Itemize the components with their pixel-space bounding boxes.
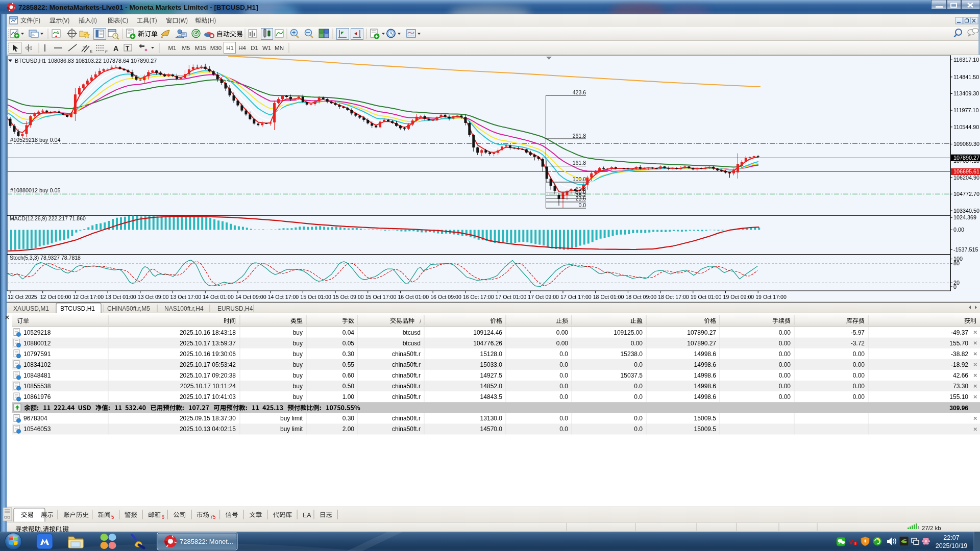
svg-text:buy: buy	[293, 361, 303, 368]
svg-text:EA: EA	[303, 512, 311, 519]
svg-text:0.0: 0.0	[634, 415, 643, 422]
svg-text:13130.0: 13130.0	[480, 415, 503, 422]
svg-text:109125.00: 109125.00	[614, 329, 643, 336]
svg-text:BTCUSD,H1: BTCUSD,H1	[60, 305, 95, 312]
svg-text:M30: M30	[210, 45, 222, 51]
svg-text:80: 80	[953, 260, 960, 266]
svg-text:100.0: 100.0	[573, 176, 586, 182]
svg-text:2025.10.16 19:30:06: 2025.10.16 19:30:06	[180, 350, 236, 358]
svg-text:14998.6: 14998.6	[694, 361, 717, 368]
svg-text:0.50: 0.50	[342, 383, 355, 390]
svg-text:17 Oct 17:00: 17 Oct 17:00	[560, 294, 592, 300]
svg-text:0.00: 0.00	[556, 329, 569, 336]
svg-text:42.66: 42.66	[953, 372, 968, 379]
svg-text:161.8: 161.8	[573, 160, 586, 166]
svg-text:0.55: 0.55	[342, 361, 355, 368]
svg-text:MACD(12,26,9) 222.217 71.860: MACD(12,26,9) 222.217 71.860	[10, 215, 86, 221]
svg-text:14570.0: 14570.0	[480, 425, 503, 433]
svg-text:2025.10.17 13:59:37: 2025.10.17 13:59:37	[180, 340, 236, 347]
svg-text:H4: H4	[238, 45, 246, 51]
svg-text:0.00: 0.00	[853, 361, 865, 368]
svg-text:108086.83 108103.22 107878.64: 108086.83 108103.22 107878.64 107890.27	[48, 58, 157, 64]
svg-text:-18.92: -18.92	[951, 361, 968, 368]
svg-text:155.70: 155.70	[949, 340, 968, 347]
svg-text:111977.10: 111977.10	[953, 107, 978, 113]
svg-text:0.00: 0.00	[853, 350, 865, 358]
svg-text:0.00: 0.00	[779, 372, 791, 379]
svg-text:0.0: 0.0	[578, 202, 586, 208]
svg-text:155.10: 155.10	[949, 393, 968, 400]
svg-text:14 Oct 01:00: 14 Oct 01:00	[203, 294, 234, 300]
svg-text:2025.10.17 09:20:38: 2025.10.17 09:20:38	[180, 372, 236, 379]
svg-text:buy: buy	[293, 372, 303, 379]
svg-text:15 Oct 01:00: 15 Oct 01:00	[300, 294, 331, 300]
svg-text:12 Oct 09:00: 12 Oct 09:00	[40, 294, 71, 300]
svg-text:15238.0: 15238.0	[621, 350, 643, 358]
svg-text:-49.37: -49.37	[951, 329, 968, 336]
svg-text:2025.10.13 04:02:15: 2025.10.13 04:02:15	[180, 425, 236, 433]
svg-text:22:07: 22:07	[943, 534, 959, 541]
svg-text:0.0: 0.0	[559, 415, 568, 422]
svg-text:buy: buy	[293, 340, 303, 347]
svg-text:0.30: 0.30	[342, 350, 355, 358]
svg-text:!: !	[854, 542, 855, 545]
svg-text:1.00: 1.00	[342, 393, 355, 400]
svg-text:0.00: 0.00	[953, 227, 964, 233]
svg-text:14843.5: 14843.5	[480, 393, 503, 400]
svg-text:2025.10.17 10:11:24: 2025.10.17 10:11:24	[180, 383, 236, 390]
svg-text:12 Oct 2025: 12 Oct 2025	[8, 294, 37, 300]
svg-text:china50ft.r: china50ft.r	[392, 350, 421, 358]
svg-text:1024.369: 1024.369	[953, 214, 976, 220]
svg-text:13 Oct 17:00: 13 Oct 17:00	[170, 294, 202, 300]
svg-text:12 Oct 17:00: 12 Oct 17:00	[72, 294, 104, 300]
svg-text:M5: M5	[182, 45, 190, 51]
svg-text:109069.30: 109069.30	[953, 141, 979, 147]
svg-text:114841.50: 114841.50	[953, 74, 979, 80]
svg-text:-5.97: -5.97	[851, 329, 865, 336]
svg-text:15 Oct 09:00: 15 Oct 09:00	[333, 294, 364, 300]
svg-text:17 Oct 09:00: 17 Oct 09:00	[528, 294, 559, 300]
svg-text:2025.09.15 18:37:30: 2025.09.15 18:37:30	[180, 415, 236, 422]
svg-text:0.00: 0.00	[779, 350, 791, 358]
svg-text:0: 0	[953, 284, 957, 290]
svg-text:0.00: 0.00	[853, 372, 865, 379]
svg-text:19 Oct 09:00: 19 Oct 09:00	[723, 294, 754, 300]
svg-text:0.00: 0.00	[853, 383, 865, 390]
svg-text:Stoch(5,3,3) 78,9327 78.7818: Stoch(5,3,3) 78,9327 78.7818	[10, 255, 81, 261]
svg-text:18 Oct 01:00: 18 Oct 01:00	[593, 294, 624, 300]
svg-text:V: V	[849, 538, 853, 546]
svg-text:0.0: 0.0	[634, 361, 643, 368]
svg-text:BTCUSD,H1: BTCUSD,H1	[15, 58, 46, 64]
svg-text:14927.5: 14927.5	[480, 372, 503, 379]
svg-text:73.30: 73.30	[953, 383, 968, 390]
svg-text:7285822: MonetaMarkets-Live01: 7285822: MonetaMarkets-Live01 - Moneta M…	[18, 4, 258, 11]
svg-text:14998.6: 14998.6	[694, 372, 717, 379]
svg-text:2025/10/19: 2025/10/19	[936, 542, 968, 549]
svg-text:107890.27: 107890.27	[687, 340, 716, 347]
svg-text:A: A	[113, 44, 118, 53]
svg-text:103340.50: 103340.50	[953, 208, 979, 214]
svg-text:14852.0: 14852.0	[480, 383, 503, 390]
svg-text:buy: buy	[293, 329, 303, 336]
svg-text:23.6: 23.6	[576, 195, 586, 202]
svg-text:15 Oct 17:00: 15 Oct 17:00	[365, 294, 397, 300]
svg-text:M15: M15	[195, 45, 206, 51]
svg-text:2025.10.17 10:41:03: 2025.10.17 10:41:03	[180, 393, 236, 400]
svg-text:EURUSD,H4: EURUSD,H4	[217, 305, 253, 312]
svg-text:113409.30: 113409.30	[953, 90, 979, 96]
svg-text:0.00: 0.00	[779, 329, 791, 336]
svg-text:15033.0: 15033.0	[480, 361, 503, 368]
svg-text:0.04: 0.04	[342, 329, 355, 336]
svg-text:MN: MN	[275, 45, 284, 51]
svg-text:buy: buy	[293, 350, 303, 358]
svg-text:6: 6	[162, 514, 165, 520]
svg-text:0.0: 0.0	[634, 425, 643, 433]
svg-text:0.00: 0.00	[779, 361, 791, 368]
svg-text:2.00: 2.00	[342, 425, 355, 433]
svg-text:0.0: 0.0	[634, 383, 643, 390]
svg-text:15128.0: 15128.0	[480, 350, 503, 358]
svg-text:10546053: 10546053	[23, 425, 51, 433]
svg-text:19 Oct 17:00: 19 Oct 17:00	[755, 294, 787, 300]
svg-text:CHINA50ft.r,M5: CHINA50ft.r,M5	[107, 305, 150, 312]
svg-text:D1: D1	[251, 45, 258, 51]
